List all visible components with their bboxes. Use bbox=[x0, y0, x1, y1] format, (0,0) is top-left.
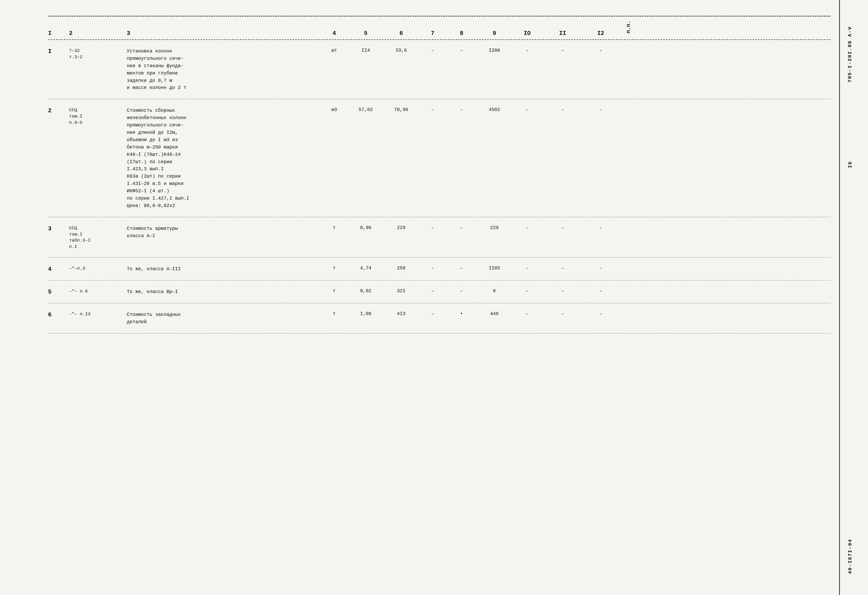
header-col-2: 2 bbox=[69, 30, 127, 37]
cell-col12: – bbox=[584, 265, 618, 271]
cell-col11: – bbox=[542, 225, 584, 230]
cell-unit: т bbox=[321, 311, 347, 317]
cell-col8: – bbox=[447, 288, 476, 293]
cell-unit: шт bbox=[321, 47, 347, 53]
header-col-5: 5 bbox=[347, 30, 384, 37]
cell-col10: – bbox=[513, 47, 542, 53]
cell-col9: 6 bbox=[476, 288, 513, 293]
table-row: 3 ССЦтом.Iтабл.3–Iп.I Стоимость арматуры… bbox=[48, 217, 830, 258]
cell-pp bbox=[618, 311, 633, 311]
cell-col5: I,08 bbox=[347, 311, 384, 317]
header-col-1: I bbox=[48, 30, 69, 37]
cell-ref: –"–п.3 bbox=[69, 265, 127, 272]
cell-col5: II4 bbox=[347, 47, 384, 53]
cell-row-num: 6 bbox=[48, 311, 69, 318]
cell-col6: 229 bbox=[384, 225, 418, 230]
header-col-8: 8 bbox=[447, 30, 476, 37]
cell-row-num: 2 bbox=[48, 106, 69, 114]
cell-desc: То же, класса А–III bbox=[127, 265, 321, 273]
cell-row-num: 4 bbox=[48, 265, 69, 272]
cell-col11: – bbox=[542, 311, 584, 317]
header-col-10: IO bbox=[513, 30, 542, 37]
table-row: 6 –"– п.I3 Стоимость закладныхдеталей т … bbox=[48, 303, 830, 333]
cell-col8: – bbox=[447, 47, 476, 53]
right-margin: 705-I-20I.86 А-V I6 40-I67I-04 bbox=[839, 0, 860, 595]
cell-col5: 57,02 bbox=[347, 106, 384, 112]
cell-col9: II85 bbox=[476, 265, 513, 271]
cell-col6: 78,96 bbox=[384, 106, 418, 112]
table-row: 4 –"–п.3 То же, класса А–III т 4,74 250 … bbox=[48, 258, 830, 280]
cell-col12: – bbox=[584, 288, 618, 293]
cell-col7: – bbox=[418, 311, 447, 317]
header-col-12: I2 bbox=[584, 30, 618, 37]
cell-col6: IO,6 bbox=[384, 47, 418, 53]
cell-col7: – bbox=[418, 106, 447, 112]
cell-col9: 4502 bbox=[476, 106, 513, 112]
cell-col9: 446 bbox=[476, 311, 513, 317]
table-row: 2 ССЦтом.Iп.9–5 Стоимость сборныхжелезоб… bbox=[48, 99, 830, 217]
cell-col7: – bbox=[418, 225, 447, 230]
cell-col12: – bbox=[584, 311, 618, 317]
table-row: 5 –"– п.6 То же, класса Вр–I т 0,02 32I … bbox=[48, 280, 830, 303]
cell-col12: – bbox=[584, 106, 618, 112]
cell-col9: 220 bbox=[476, 225, 513, 230]
header-col-4: 4 bbox=[321, 30, 347, 37]
cell-desc: То же, класса Вр–I bbox=[127, 288, 321, 296]
cell-col7: – bbox=[418, 265, 447, 271]
cell-row-num: 3 bbox=[48, 225, 69, 232]
header-col-3: 3 bbox=[127, 30, 321, 37]
cell-row-num: I bbox=[48, 47, 69, 55]
cell-col10: – bbox=[513, 106, 542, 112]
table-row: I 7–32т.3–2 Установка колоннпрямоугольно… bbox=[48, 40, 830, 99]
cell-pp bbox=[618, 288, 633, 288]
right-label-top: 705-I-20I.86 А-V bbox=[847, 26, 853, 82]
right-label-bottom: 40-I67I-04 bbox=[847, 539, 853, 574]
header-pp: п.п. bbox=[618, 19, 639, 37]
header-col-6: 6 bbox=[384, 30, 418, 37]
cell-pp bbox=[618, 47, 633, 48]
cell-col7: – bbox=[418, 288, 447, 293]
cell-desc: Стоимость сборныхжелезобетонных колоннпр… bbox=[127, 106, 321, 209]
header-col-9: 9 bbox=[476, 30, 513, 37]
cell-col5: 4,74 bbox=[347, 265, 384, 271]
cell-unit: т bbox=[321, 225, 347, 230]
cell-col8: • bbox=[447, 311, 476, 317]
cell-unit: т bbox=[321, 265, 347, 271]
cell-col6: 4I3 bbox=[384, 311, 418, 317]
cell-desc: Стоимость закладныхдеталей bbox=[127, 311, 321, 326]
cell-col11: – bbox=[542, 47, 584, 53]
cell-col7: – bbox=[418, 47, 447, 53]
cell-col6: 250 bbox=[384, 265, 418, 271]
cell-ref: 7–32т.3–2 bbox=[69, 47, 127, 60]
cell-col8: – bbox=[447, 265, 476, 271]
cell-desc: Стоимость арматурыкласса А–I bbox=[127, 225, 321, 240]
right-label-mid: I6 bbox=[847, 161, 853, 168]
cell-ref: ССЦтом.Iп.9–5 bbox=[69, 106, 127, 126]
cell-pp bbox=[618, 225, 633, 225]
cell-col12: – bbox=[584, 225, 618, 230]
cell-desc: Установка колоннпрямоугольного сече-ния … bbox=[127, 47, 321, 91]
header-col-7: 7 bbox=[418, 30, 447, 37]
cell-col11: – bbox=[542, 106, 584, 112]
cell-col12: – bbox=[584, 47, 618, 53]
cell-col5: 0,02 bbox=[347, 288, 384, 293]
cell-col11: – bbox=[542, 265, 584, 271]
cell-unit: м3 bbox=[321, 106, 347, 112]
cell-ref: ССЦтом.Iтабл.3–Iп.I bbox=[69, 225, 127, 250]
cell-pp bbox=[618, 106, 633, 107]
page-container: I 2 3 4 5 6 7 8 9 IO II I2 п.п. I 7–32т.… bbox=[27, 0, 841, 349]
cell-col9: I208 bbox=[476, 47, 513, 53]
cell-col10: – bbox=[513, 288, 542, 293]
cell-col10: – bbox=[513, 225, 542, 230]
cell-ref: –"– п.6 bbox=[69, 288, 127, 295]
header-row: I 2 3 4 5 6 7 8 9 IO II I2 п.п. bbox=[48, 16, 830, 40]
cell-col6: 32I bbox=[384, 288, 418, 293]
cell-row-num: 5 bbox=[48, 288, 69, 295]
cell-col11: – bbox=[542, 288, 584, 293]
cell-unit: т bbox=[321, 288, 347, 293]
header-col-11: II bbox=[542, 30, 584, 37]
cell-pp bbox=[618, 265, 633, 265]
cell-col10: – bbox=[513, 265, 542, 271]
cell-col10: – bbox=[513, 311, 542, 317]
cell-col8: – bbox=[447, 106, 476, 112]
